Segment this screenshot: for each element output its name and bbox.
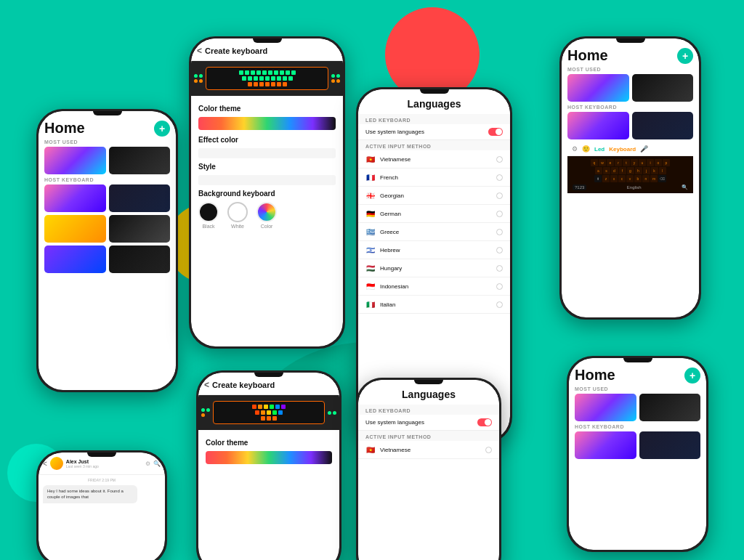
- key-m[interactable]: m: [650, 175, 658, 182]
- active-input-method-header: ACTIVE INPUT METHOD: [358, 140, 510, 150]
- keyboard-thumb-4[interactable]: [109, 184, 171, 212]
- host-keyboard-label: HOST KEYBOARD: [44, 177, 170, 182]
- lang-name-greece: Greece: [380, 229, 496, 235]
- home-plus-btn-right[interactable]: +: [677, 48, 693, 64]
- lang-radio-hebrew[interactable]: [496, 247, 503, 253]
- key-delete[interactable]: ⌫: [658, 175, 666, 182]
- use-system-languages-row-bottom[interactable]: Use system languages: [358, 415, 499, 431]
- lang-radio-greece[interactable]: [496, 229, 503, 235]
- key-f[interactable]: f: [619, 167, 626, 174]
- back-arrow-icon[interactable]: <: [197, 46, 202, 56]
- flag-georgian: 🇬🇪: [365, 190, 376, 200]
- keyboard-thumb-r1[interactable]: [567, 74, 629, 102]
- use-system-languages-toggle-bottom[interactable]: [477, 418, 492, 426]
- dot-g-b1: [201, 408, 205, 412]
- lang-item-georgian[interactable]: 🇬🇪 Georgian: [358, 187, 510, 205]
- lang-radio-indonesian[interactable]: [496, 283, 503, 290]
- keyboard-thumb-3[interactable]: [44, 184, 106, 212]
- key-i[interactable]: i: [647, 159, 654, 166]
- key-o[interactable]: o: [655, 159, 662, 166]
- keyboard-thumb-1[interactable]: [44, 147, 106, 174]
- lang-item-indonesian[interactable]: 🇮🇩 Indonesian: [358, 277, 510, 296]
- color-theme-label: Color theme: [198, 105, 336, 113]
- lang-item-italian[interactable]: 🇮🇹 Italian: [358, 296, 510, 314]
- home-plus-btn-br[interactable]: +: [684, 368, 700, 384]
- key-q[interactable]: q: [591, 159, 598, 166]
- lang-item-vietnamese[interactable]: 🇻🇳 Vietnamese: [358, 150, 510, 169]
- use-system-languages-toggle[interactable]: [488, 128, 503, 136]
- key-h[interactable]: h: [635, 167, 642, 174]
- key-w[interactable]: w: [599, 159, 606, 166]
- color-theme-bar-bottom[interactable]: [206, 451, 332, 464]
- keyboard-thumb-r4[interactable]: [632, 112, 694, 139]
- lang-item-greece[interactable]: 🇬🇷 Greece: [358, 223, 510, 241]
- key-a[interactable]: a: [595, 167, 602, 174]
- chat-date-label: FRIDAY 2:19 PM: [39, 475, 165, 485]
- led-tab[interactable]: Led: [594, 146, 604, 153]
- keyboard-thumb-r2[interactable]: [632, 74, 694, 102]
- key-t[interactable]: t: [623, 159, 630, 166]
- emoji-tab[interactable]: 🙂: [582, 145, 590, 153]
- lang-radio-italian[interactable]: [496, 301, 503, 308]
- keyboard-thumb-5[interactable]: [44, 215, 106, 243]
- lang-radio-georgian[interactable]: [496, 192, 503, 199]
- dot-green-1: [194, 74, 198, 78]
- lang-item-hebrew[interactable]: 🇮🇱 Hebrew: [358, 241, 510, 259]
- chat-gear-icon[interactable]: ⚙: [145, 460, 150, 467]
- keyboard-tab[interactable]: Keyboard: [609, 146, 636, 153]
- lang-radio-vietnamese-bottom[interactable]: [485, 447, 492, 453]
- keyboard-thumb-2[interactable]: [109, 147, 171, 174]
- home-plus-button[interactable]: +: [154, 121, 170, 137]
- use-system-languages-row[interactable]: Use system languages: [358, 124, 510, 140]
- lang-item-german[interactable]: 🇩🇪 German: [358, 205, 510, 223]
- dot-g-rb2: [333, 411, 336, 415]
- key-s[interactable]: s: [603, 167, 610, 174]
- keyboard-thumb-r3[interactable]: [567, 112, 629, 139]
- color-theme-bar[interactable]: [198, 117, 336, 130]
- bg-option-color[interactable]: Color: [256, 202, 277, 229]
- key-c[interactable]: c: [618, 175, 626, 182]
- kb-search-icon[interactable]: 🔍: [682, 184, 688, 190]
- lang-item-vietnamese-bottom[interactable]: 🇻🇳 Vietnamese: [358, 441, 499, 459]
- key-j[interactable]: j: [643, 167, 650, 174]
- bg-option-white[interactable]: White: [227, 202, 248, 229]
- chat-search-icon[interactable]: 🔍: [153, 460, 161, 467]
- keyboard-thumb-br1[interactable]: [575, 394, 636, 421]
- gear-tab[interactable]: ⚙: [572, 145, 578, 153]
- mic-tab[interactable]: 🎤: [640, 145, 648, 153]
- key-n[interactable]: n: [642, 175, 650, 182]
- phone-notch-2: [253, 38, 282, 43]
- lang-radio-vietnamese[interactable]: [496, 156, 503, 163]
- keyboard-thumb-br2[interactable]: [639, 394, 701, 421]
- keyboard-thumb-br3[interactable]: [575, 431, 636, 459]
- keyboard-thumb-6[interactable]: [109, 215, 171, 243]
- key-shift[interactable]: ⬆: [594, 175, 602, 182]
- key-x[interactable]: x: [610, 175, 618, 182]
- keyboard-display: q w e r t y u i o p a s d f g h: [567, 156, 693, 193]
- lang-radio-french[interactable]: [496, 174, 503, 181]
- key-k[interactable]: k: [651, 167, 658, 174]
- key-v[interactable]: v: [626, 175, 634, 182]
- keyboard-thumb-7[interactable]: [44, 245, 106, 273]
- keyboard-thumb-br4[interactable]: [639, 431, 701, 459]
- chat-back-arrow[interactable]: <: [43, 460, 47, 468]
- keyboard-thumb-8[interactable]: [109, 245, 171, 273]
- lang-radio-german[interactable]: [496, 211, 503, 217]
- key-p[interactable]: p: [663, 159, 670, 166]
- key-r[interactable]: r: [615, 159, 622, 166]
- key-e[interactable]: e: [607, 159, 614, 166]
- lang-item-hungary[interactable]: 🇭🇺 Hungary: [358, 259, 510, 277]
- bg-option-black[interactable]: Black: [198, 202, 219, 229]
- lang-radio-hungary[interactable]: [496, 265, 503, 272]
- key-b[interactable]: b: [634, 175, 642, 182]
- kb-num-key[interactable]: ?123: [573, 184, 586, 190]
- lang-item-french[interactable]: 🇫🇷 French: [358, 169, 510, 187]
- key-d[interactable]: d: [611, 167, 618, 174]
- create-body-bottom: Color theme: [198, 430, 339, 476]
- key-u[interactable]: u: [639, 159, 646, 166]
- key-l[interactable]: l: [659, 167, 666, 174]
- key-g[interactable]: g: [627, 167, 634, 174]
- key-z[interactable]: z: [602, 175, 610, 182]
- key-y[interactable]: y: [631, 159, 638, 166]
- back-arrow-bottom[interactable]: <: [204, 380, 209, 390]
